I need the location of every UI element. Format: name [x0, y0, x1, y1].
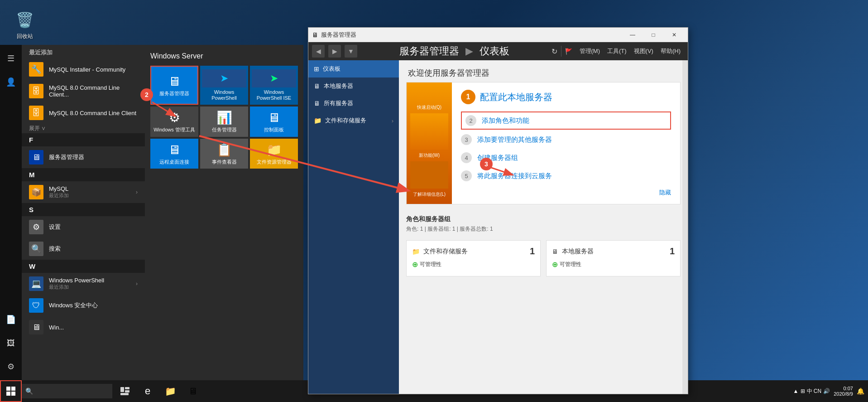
sm-quick-start[interactable]: 快速启动(Q)	[410, 102, 448, 113]
start-apps-list: 最近添加 🔧 MySQL Installer - Community 🗄 MyS…	[22, 45, 145, 380]
taskbar-tray-expand[interactable]: ▲	[793, 388, 799, 394]
start-sidebar-settings[interactable]: ⚙	[2, 358, 20, 376]
sm-action-add-roles[interactable]: 2 添加角色和功能	[461, 111, 671, 130]
sm-menu-manage[interactable]: 管理(M)	[576, 45, 604, 57]
start-app-mysql-cli-2[interactable]: 🗄 MySQL 8.0 Command Line Client	[22, 102, 145, 124]
sm-menu-tools[interactable]: 工具(T)	[604, 45, 630, 57]
taskbar-task-view[interactable]	[114, 380, 136, 402]
start-app-mysql[interactable]: 📦 MySQL 最近添加 ›	[22, 181, 145, 203]
security-icon: 🛡	[29, 298, 43, 313]
tile-powershell-ise[interactable]: ➤ Windows PowerShell ISE	[250, 66, 298, 105]
tile-powershell[interactable]: ➤ Windows PowerShell	[200, 66, 248, 105]
sm-card-file-status: ⊕ 可管理性	[412, 260, 535, 269]
recycle-bin-icon[interactable]: 🗑️ 回收站	[9, 9, 41, 40]
sm-forward-button[interactable]: ▶	[328, 45, 341, 58]
tile-admin-tools-icon: ⚙	[169, 110, 180, 125]
taskbar-start-button[interactable]	[0, 380, 22, 402]
sm-sidebar-local-server[interactable]: 🖥 本地服务器	[308, 77, 399, 95]
taskbar-volume-icon[interactable]: 🔊	[823, 388, 830, 394]
tile-server-manager[interactable]: 🖥 服务器管理器	[150, 66, 198, 105]
sm-title-text: 服务器管理器	[321, 31, 623, 39]
sm-minimize-button[interactable]: —	[623, 28, 643, 42]
taskbar-ie-icon[interactable]: e	[137, 380, 158, 402]
sm-menu-view[interactable]: 视图(V)	[630, 45, 657, 57]
start-app-powershell[interactable]: 💻 Windows PowerShell 最近添加 ›	[22, 273, 145, 295]
sm-hide-button[interactable]: 隐藏	[659, 189, 671, 197]
sm-roles-sub: 角色: 1 | 服务器组: 1 | 服务器总数: 1	[399, 225, 688, 237]
sm-status-green-icon: ⊕	[412, 260, 418, 269]
start-sidebar-user[interactable]: 👤	[2, 73, 20, 91]
start-app-settings[interactable]: ⚙ 设置	[22, 216, 145, 238]
tile-task-manager-icon: 📊	[216, 110, 232, 125]
start-app-mysql-installer[interactable]: 🔧 MySQL Installer - Community	[22, 58, 145, 80]
tile-task-manager[interactable]: 📊 任务管理器	[200, 107, 248, 136]
sm-toolbar-sep	[561, 46, 561, 57]
taskbar-clock[interactable]: 0:07 2020/8/9	[834, 386, 853, 397]
taskbar-right: ▲ ⊞ 中 CN 🔊 0:07 2020/8/9 🔔	[793, 386, 868, 397]
sm-back-button[interactable]: ◀	[312, 45, 325, 58]
start-sidebar: ☰ 👤 📄 🖼 ⚙	[0, 45, 22, 380]
tile-control-panel[interactable]: 🖥 控制面板	[250, 107, 298, 136]
sm-card-file-storage[interactable]: 📁 文件和存储服务 1 ⊕ 可管理性	[406, 240, 541, 276]
taskbar-network-icon: ⊞	[801, 388, 805, 394]
tile-file-explorer[interactable]: 📁 文件资源管理器	[250, 139, 298, 169]
start-app-win[interactable]: 🖥 Win...	[22, 316, 145, 338]
sm-learn-more[interactable]: 了解详细信息(L)	[410, 189, 448, 200]
tile-remote-desktop[interactable]: 🖥 远程桌面连接	[150, 139, 198, 169]
tile-server-manager-icon: 🖥	[168, 74, 181, 89]
svg-rect-5	[125, 387, 129, 389]
sm-sidebar-dashboard[interactable]: ⊞ 仪表板	[308, 60, 399, 77]
section-f: F	[22, 133, 145, 146]
sm-action-num-4: 4	[461, 152, 472, 163]
taskbar-search[interactable]: 🔍	[22, 384, 112, 398]
start-tiles-panel: Windows Server 🖥 服务器管理器 ➤ Windows PowerS…	[145, 45, 303, 380]
expand-button[interactable]: 展开 ∨	[22, 124, 145, 133]
sm-refresh-icon[interactable]: ↻	[551, 47, 557, 56]
start-sidebar-hamburger[interactable]: ☰	[2, 49, 20, 68]
annotation-circle-2: 2	[140, 88, 153, 101]
tiles-grid: 🖥 服务器管理器 ➤ Windows PowerShell ➤ Windows …	[150, 66, 298, 169]
server-manager-window: 🖥 服务器管理器 — □ ✕ ◀ ▶ ▼ 服务器管理器 ▶ 仪表板 ↻ 🚩	[308, 27, 688, 394]
sm-sidebar-all-servers[interactable]: 🖥 所有服务器	[308, 95, 399, 112]
desktop: 🗑️ 回收站 ☰ 👤 📄 🖼 ⚙ 最近添加 🔧 MySQL Installer …	[0, 0, 868, 402]
sm-new-features[interactable]: 新功能(W)	[410, 150, 448, 161]
taskbar-lang[interactable]: 中 CN	[807, 387, 822, 395]
tile-powershell-ise-icon: ➤	[252, 69, 296, 87]
sm-action-other-servers[interactable]: 3 添加要管理的其他服务器	[461, 131, 671, 149]
server-manager-icon: 🖥	[29, 150, 43, 165]
sm-maximize-button[interactable]: □	[643, 28, 663, 42]
sm-breadcrumb: 服务器管理器 ▶ 仪表板	[361, 44, 548, 58]
sm-sidebar-file-storage[interactable]: 📁 文件和存储服务 ›	[308, 112, 399, 129]
taskbar-file-explorer[interactable]: 📁	[159, 380, 181, 402]
sm-card-local-server[interactable]: 🖥 本地服务器 1 ⊕ 可管理性	[546, 240, 681, 276]
sm-roles-title: 角色和服务器组	[399, 212, 688, 225]
tile-admin-tools[interactable]: ⚙ Windows 管理工具	[150, 107, 198, 136]
sm-action-num-5: 5	[461, 170, 472, 181]
sm-menu-help[interactable]: 帮助(H)	[657, 45, 684, 57]
start-sidebar-photos[interactable]: 🖼	[2, 334, 20, 352]
sm-dashboard-icon: ⊞	[314, 65, 319, 73]
breadcrumb-part1: 服务器管理器	[399, 45, 459, 57]
start-app-search[interactable]: 🔍 搜索	[22, 238, 145, 260]
sm-title-icon: 🖥	[312, 31, 318, 39]
start-app-security[interactable]: 🛡 Windows 安全中心	[22, 295, 145, 316]
sm-sidebar: ⊞ 仪表板 🖥 本地服务器 🖥 所有服务器 📁 文件和存储服务 ›	[308, 60, 399, 394]
tile-event-viewer[interactable]: 📋 事件查看器	[200, 139, 248, 169]
start-app-mysql-cli-1[interactable]: 🗄 MySQL 8.0 Command Line Client...	[22, 80, 145, 102]
svg-rect-0	[6, 387, 10, 391]
start-sidebar-docs[interactable]: 📄	[2, 310, 20, 329]
sm-status-local-green-icon: ⊕	[552, 260, 558, 269]
search-icon: 🔍	[29, 242, 43, 256]
sm-action-num-3: 3	[461, 134, 472, 145]
sm-dropdown-button[interactable]: ▼	[345, 45, 357, 58]
sm-sidebar-expand-icon: ›	[392, 117, 393, 124]
sm-scrollbar[interactable]	[682, 60, 688, 394]
sm-close-button[interactable]: ✕	[664, 28, 684, 42]
taskbar-notification[interactable]: 🔔	[857, 387, 864, 395]
sm-all-servers-icon: 🖥	[314, 100, 320, 107]
sm-action-cloud[interactable]: 5 将此服务器连接到云服务	[461, 167, 671, 185]
tile-powershell-icon: ➤	[202, 69, 246, 87]
sm-flag-icon[interactable]: 🚩	[565, 48, 572, 55]
start-app-server-manager[interactable]: 🖥 服务器管理器	[22, 146, 145, 168]
taskbar-server-manager[interactable]: 🖥	[182, 380, 204, 402]
